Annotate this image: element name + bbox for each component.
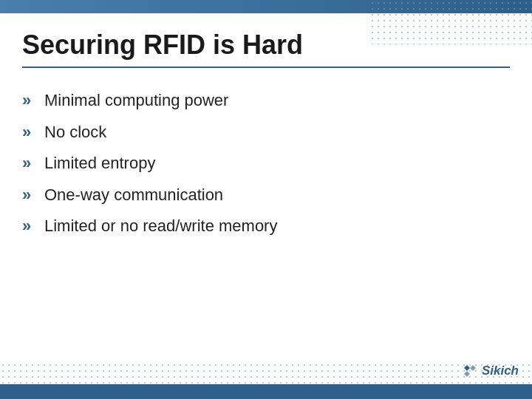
bullet-text: Minimal computing power: [44, 90, 228, 112]
slide-title: Securing RFID is Hard: [22, 30, 510, 68]
bullet-marker: »: [22, 153, 37, 174]
bullet-item: »One-way communication: [22, 185, 510, 206]
sikich-name: Sikich: [482, 364, 519, 378]
bullet-item: »Minimal computing power: [22, 90, 510, 112]
bottom-dots-pattern: [0, 362, 532, 384]
bullet-item: »Limited entropy: [22, 153, 510, 174]
bullet-text: Limited or no read/write memory: [44, 216, 277, 237]
bullet-list: »Minimal computing power»No clock»Limite…: [22, 90, 510, 237]
bottom-bar: [0, 384, 532, 399]
bullet-item: »No clock: [22, 122, 510, 143]
sikich-icon: [461, 362, 479, 380]
bullet-marker: »: [22, 122, 37, 143]
slide-content: Securing RFID is Hard »Minimal computing…: [22, 22, 510, 355]
sikich-logo: Sikich: [461, 362, 519, 380]
bullet-text: Limited entropy: [44, 153, 155, 174]
bullet-marker: »: [22, 185, 37, 206]
slide: Securing RFID is Hard »Minimal computing…: [0, 0, 532, 399]
bullet-text: One-way communication: [44, 185, 223, 206]
bullet-item: »Limited or no read/write memory: [22, 216, 510, 237]
bullet-marker: »: [22, 90, 37, 112]
bullet-text: No clock: [44, 122, 106, 143]
bullet-marker: »: [22, 216, 37, 237]
